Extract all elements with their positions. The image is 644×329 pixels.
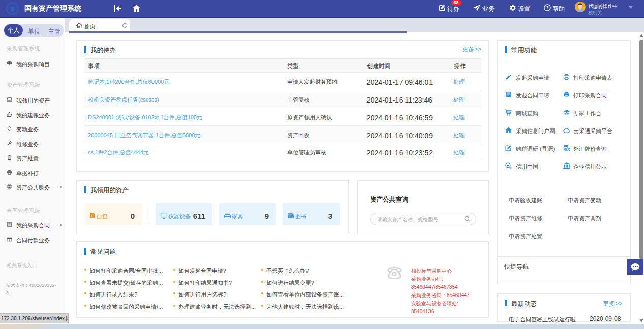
svg-text:$: $ [568, 148, 569, 151]
svg-text:?: ? [546, 6, 549, 10]
